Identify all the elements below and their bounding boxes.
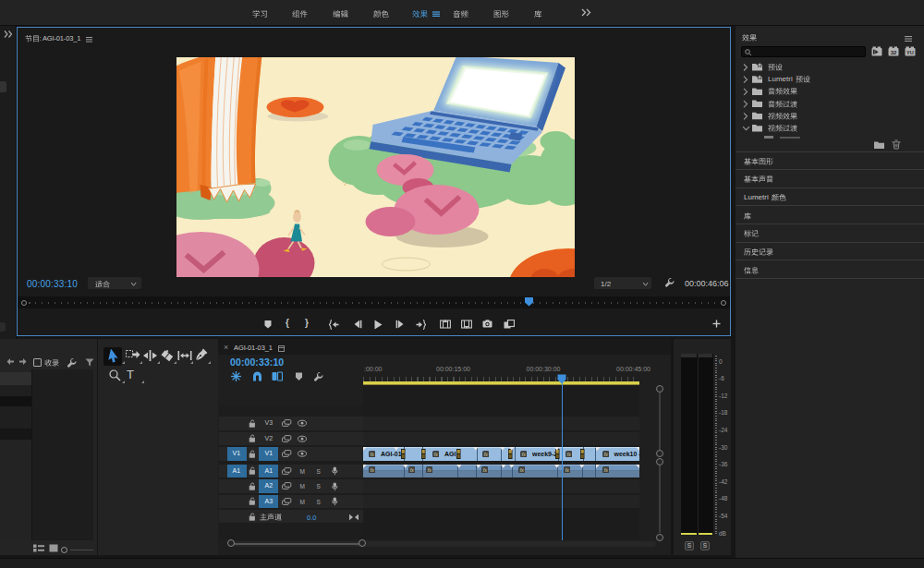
- svg-text:fx: fx: [371, 467, 374, 473]
- svg-text:fx: fx: [566, 451, 570, 456]
- svg-text:fx: fx: [604, 451, 608, 456]
- svg-text:fx: fx: [410, 467, 414, 473]
- svg-text:fx: fx: [519, 467, 523, 473]
- svg-text:fx: fx: [483, 467, 487, 473]
- svg-text:fx: fx: [434, 451, 438, 456]
- svg-text:fx: fx: [427, 467, 431, 473]
- svg-text:fx: fx: [484, 451, 488, 456]
- svg-text:fx: fx: [604, 467, 608, 473]
- svg-text:fx: fx: [370, 451, 373, 456]
- svg-text:fx: fx: [565, 467, 569, 473]
- svg-text:fx: fx: [522, 451, 526, 456]
